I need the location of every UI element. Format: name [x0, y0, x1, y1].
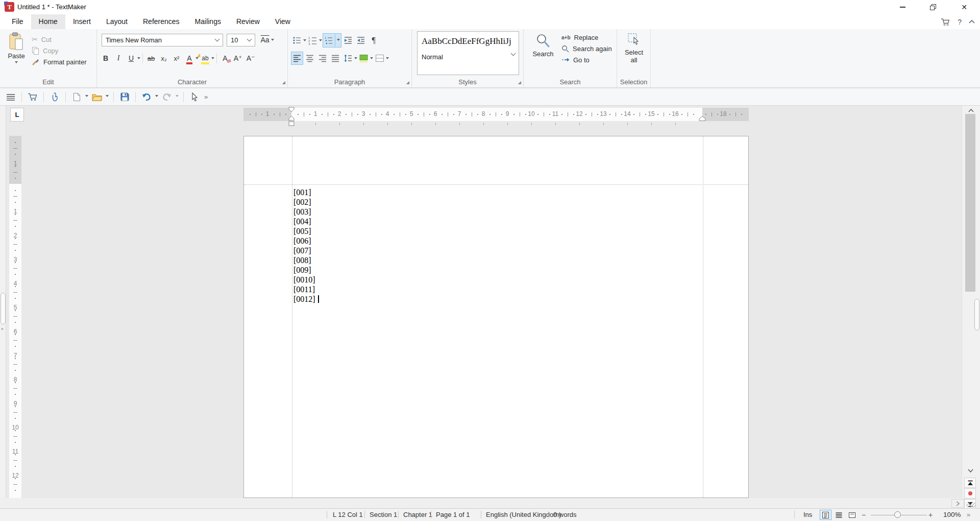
language-indicator[interactable]: English (United Kingdom) — [486, 511, 561, 518]
redo-button[interactable] — [161, 90, 173, 104]
help-icon[interactable]: ? — [958, 18, 962, 26]
save-button[interactable] — [118, 90, 131, 104]
menu-file[interactable]: File — [4, 14, 31, 29]
format-painter-button[interactable]: Format painter — [32, 56, 87, 67]
cursor-position[interactable]: L 12 Col 1 — [333, 511, 363, 518]
left-indent-marker[interactable] — [289, 116, 294, 121]
numbered-list-dropdown[interactable] — [319, 39, 322, 43]
menu-home[interactable]: Home — [31, 14, 65, 29]
open-button[interactable] — [91, 90, 103, 104]
first-line-indent-marker[interactable] — [289, 107, 294, 112]
align-center-button[interactable] — [304, 52, 316, 65]
line-spacing-dropdown[interactable] — [354, 57, 357, 61]
scrollbar-thumb[interactable] — [965, 114, 975, 292]
menu-references[interactable]: References — [135, 14, 187, 29]
page-view-button[interactable] — [820, 510, 831, 520]
chapter-indicator[interactable]: Chapter 1 — [403, 511, 432, 518]
bold-button[interactable]: B — [100, 52, 112, 65]
numbered-list-button[interactable]: 123 — [307, 34, 319, 47]
superscript-button[interactable]: x² — [170, 52, 183, 65]
vertical-ruler[interactable]: 1123456789101112 — [9, 136, 21, 498]
change-case-button[interactable]: Aa — [259, 33, 274, 46]
borders-dropdown[interactable] — [386, 57, 389, 61]
font-size-select[interactable]: 10 — [227, 34, 255, 46]
indent-markers[interactable] — [288, 107, 295, 128]
document-page[interactable]: [001][002][003][004][005][006][007][008]… — [243, 136, 749, 498]
outline-list-button-selected[interactable]: 1 — [323, 33, 341, 48]
redo-dropdown[interactable] — [176, 95, 179, 99]
tab-stop-selector[interactable]: L — [10, 108, 24, 122]
subscript-button[interactable]: x₂ — [158, 52, 170, 65]
outline-list-dropdown[interactable] — [337, 39, 340, 42]
page-indicator[interactable]: Page 1 of 1 — [436, 511, 470, 518]
statusbar-more-button[interactable]: » — [967, 511, 970, 518]
word-count[interactable]: 0 words — [553, 511, 577, 518]
insert-mode-indicator[interactable]: Ins — [803, 511, 812, 518]
right-indent-marker[interactable] — [699, 116, 706, 121]
left-pane-handle[interactable] — [1, 293, 6, 324]
right-pane-handle[interactable] — [974, 299, 979, 330]
clear-formatting-button[interactable]: A — [223, 55, 227, 62]
borders-button[interactable] — [374, 52, 386, 65]
zoom-level[interactable]: 100% — [943, 511, 961, 518]
collapse-ribbon-icon[interactable] — [969, 20, 975, 24]
strikethrough-button[interactable]: ab — [145, 52, 157, 65]
change-case-dropdown[interactable] — [271, 39, 274, 42]
menu-layout[interactable]: Layout — [99, 14, 135, 29]
new-document-dropdown[interactable] — [85, 95, 88, 99]
highlight-button[interactable]: ab — [202, 55, 208, 62]
shop-button[interactable] — [27, 90, 39, 104]
menu-mailings[interactable]: Mailings — [187, 14, 229, 29]
cut-button[interactable]: ✂ Cut — [32, 34, 87, 45]
undo-button[interactable] — [140, 90, 153, 104]
shop-cart-icon[interactable] — [941, 18, 950, 26]
object-mode-button[interactable] — [188, 90, 201, 104]
search-again-button[interactable]: Search again — [561, 43, 612, 54]
browse-object-button[interactable] — [964, 488, 976, 499]
scroll-down-button[interactable] — [965, 467, 976, 474]
bullet-list-button[interactable] — [291, 34, 303, 47]
zoom-in-button[interactable]: + — [928, 511, 933, 519]
shading-button[interactable] — [358, 52, 370, 65]
expand-panel-button[interactable] — [951, 499, 964, 508]
align-right-button[interactable] — [316, 52, 329, 65]
align-justify-button[interactable] — [329, 52, 341, 65]
menu-review[interactable]: Review — [229, 14, 267, 29]
goto-button[interactable]: Go to — [561, 54, 612, 65]
continuous-view-button[interactable] — [833, 510, 845, 520]
italic-button[interactable]: I — [112, 52, 125, 65]
undo-dropdown[interactable] — [155, 95, 158, 99]
new-document-button[interactable] — [70, 90, 83, 104]
underline-button[interactable]: U — [125, 52, 137, 65]
previous-object-button[interactable] — [964, 478, 976, 488]
paste-button[interactable]: Paste — [4, 32, 29, 65]
font-color-button[interactable]: A — [187, 55, 191, 62]
open-dropdown[interactable] — [106, 95, 109, 99]
style-picker[interactable]: AaBbCcDdEeFfGgHhIiJj Normal — [417, 31, 519, 75]
bullet-list-dropdown[interactable] — [303, 39, 306, 43]
replace-button[interactable]: a+b Replace — [561, 32, 612, 43]
scroll-up-button[interactable] — [965, 107, 976, 114]
font-name-select[interactable]: Times New Roman — [102, 34, 223, 46]
zoom-slider-thumb[interactable] — [894, 511, 901, 518]
left-pane-expand-icon[interactable]: ▸ — [2, 326, 4, 331]
copy-button[interactable]: Copy — [32, 45, 87, 56]
search-button[interactable]: Search — [530, 33, 556, 58]
restore-button[interactable] — [919, 0, 947, 14]
document-text[interactable]: [001][002][003][004][005][006][007][008]… — [293, 187, 319, 304]
shading-dropdown[interactable] — [370, 57, 373, 61]
align-left-button[interactable] — [291, 52, 303, 65]
resize-grip[interactable] — [966, 503, 976, 508]
zoom-out-button[interactable]: − — [862, 511, 866, 519]
increase-indent-button[interactable] — [342, 34, 354, 47]
sidebar-toggle-button[interactable] — [5, 90, 17, 104]
menu-insert[interactable]: Insert — [65, 14, 99, 29]
decrease-indent-button[interactable] — [355, 34, 367, 47]
touch-mode-button[interactable] — [48, 90, 61, 104]
underline-dropdown[interactable] — [137, 57, 140, 61]
select-all-button[interactable]: Select all — [621, 33, 647, 64]
minimize-button[interactable] — [888, 0, 917, 14]
highlight-dropdown[interactable] — [211, 57, 214, 61]
paste-dropdown[interactable] — [15, 61, 18, 65]
indent-box-marker[interactable] — [289, 122, 294, 126]
